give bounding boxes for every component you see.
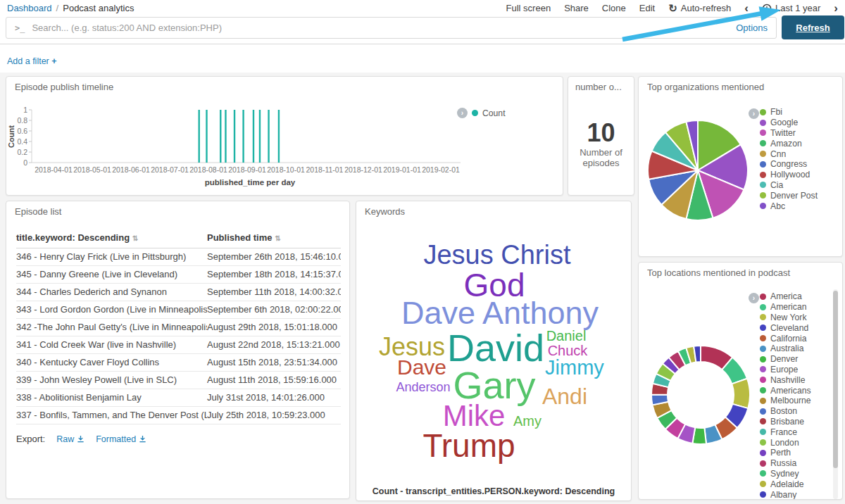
timeline-bar[interactable]: [259, 110, 261, 163]
legend-expand-icon[interactable]: ›: [749, 293, 759, 303]
legend-expand-icon[interactable]: ›: [457, 108, 468, 118]
table-cell: 346 - Henry Clay Frick (Live in Pittsbur…: [16, 248, 207, 266]
legend-dot: [760, 314, 766, 320]
table-row: 341 - Cold Creek War (live in Nashville)…: [16, 336, 341, 354]
column-header-published-time[interactable]: Published time⇅: [207, 229, 341, 248]
timeline-bar[interactable]: [234, 110, 235, 163]
table-row: 340 - Kentucky Caver Floyd CollinsAugust…: [16, 354, 341, 372]
full-screen-button[interactable]: Full screen: [506, 3, 551, 13]
word-amy[interactable]: Amy: [513, 414, 542, 428]
legend-item-hollywood[interactable]: Hollywood: [760, 170, 818, 180]
legend-item-american[interactable]: American: [760, 302, 811, 313]
timeline-bar[interactable]: [198, 110, 199, 163]
auto-refresh-button[interactable]: ↻ Auto-refresh: [668, 3, 731, 13]
clone-button[interactable]: Clone: [602, 3, 626, 13]
legend-item-adelaide[interactable]: Adelaide: [760, 479, 811, 489]
search-input[interactable]: [32, 23, 729, 33]
legend-scrollbar-thumb[interactable]: [833, 291, 838, 468]
word-david[interactable]: David: [447, 329, 544, 367]
add-filter-link[interactable]: Add a filter +: [7, 56, 57, 66]
column-header-title[interactable]: title.keyword: Descending⇅: [16, 229, 207, 248]
legend-item-boston[interactable]: Boston: [760, 406, 811, 417]
timeline-bar[interactable]: [268, 110, 269, 163]
legend-item-melbourne[interactable]: Melbourne: [760, 396, 811, 406]
svg-text:2018-05-01: 2018-05-01: [73, 165, 111, 174]
table-row: 342 -The John Paul Getty's (Live in Minn…: [16, 319, 341, 336]
svg-text:2018-08-01: 2018-08-01: [189, 165, 227, 174]
legend-dot: [760, 182, 766, 188]
timeline-bar[interactable]: [242, 110, 244, 163]
word-andi[interactable]: Andi: [542, 385, 587, 408]
legend-expand-icon[interactable]: ›: [749, 108, 759, 119]
search-options-link[interactable]: Options: [736, 23, 768, 33]
time-range-next-button[interactable]: ›: [834, 2, 838, 14]
legend-item-fbi[interactable]: Fbi: [760, 107, 818, 118]
legend-item-cia[interactable]: Cia: [760, 180, 818, 191]
legend-item-russia[interactable]: Russia: [760, 458, 811, 469]
legend-item-new-york[interactable]: New York: [760, 313, 811, 323]
share-button[interactable]: Share: [564, 3, 589, 13]
timeline-chart: 00.20.40.60.812018-04-012018-05-012018-0…: [6, 96, 499, 196]
legend-dot: [760, 192, 766, 199]
timeline-bar[interactable]: [225, 110, 226, 163]
word-anderson[interactable]: Anderson: [396, 381, 450, 393]
breadcrumb-dashboard-link[interactable]: Dashboard: [7, 3, 52, 13]
legend-item-australia[interactable]: Australia: [760, 344, 811, 354]
legend-item-cleveland[interactable]: Cleveland: [760, 322, 811, 333]
table-cell: August 22nd 2018, 15:13:21.000: [207, 336, 341, 354]
word-dave-anthony[interactable]: Dave Anthony: [401, 297, 599, 329]
word-daniel[interactable]: Daniel: [546, 329, 587, 343]
legend-dot: [760, 346, 766, 352]
refresh-button[interactable]: Refresh: [782, 15, 844, 39]
table-cell: 343 - Lord Gordon Gordon (Live in Minnea…: [16, 301, 207, 319]
timeline-bar[interactable]: [220, 110, 221, 163]
legend-item-twitter[interactable]: Twitter: [760, 128, 818, 139]
legend-item-americans[interactable]: Americans: [760, 385, 811, 396]
table-row: 339 - John Wesley Powell (Live in SLC)Au…: [16, 372, 341, 389]
legend-dot: [760, 304, 766, 310]
legend-item-france[interactable]: France: [760, 427, 811, 437]
legend-item-sydney[interactable]: Sydney: [760, 469, 811, 479]
time-range-picker[interactable]: Last 1 year: [762, 3, 820, 13]
word-gary[interactable]: Gary: [453, 366, 535, 404]
legend-item-abc[interactable]: Abc: [760, 201, 818, 211]
legend-item-europe[interactable]: Europe: [760, 365, 811, 375]
timeline-bar[interactable]: [206, 110, 207, 163]
svg-text:2018-07-01: 2018-07-01: [151, 165, 189, 174]
legend-dot: [760, 481, 766, 487]
clock-icon: [762, 4, 772, 13]
export-formatted-link[interactable]: Formatted: [96, 434, 146, 444]
export-raw-link[interactable]: Raw: [56, 434, 84, 444]
header-divider: [0, 44, 845, 44]
svg-text:2018-11-01: 2018-11-01: [306, 165, 344, 174]
word-dave[interactable]: Dave: [397, 357, 446, 378]
legend-item-amazon[interactable]: Amazon: [760, 138, 818, 149]
edit-button[interactable]: Edit: [639, 3, 655, 13]
legend-dot: [760, 366, 766, 372]
timeline-bar[interactable]: [278, 110, 280, 163]
word-jimmy[interactable]: Jimmy: [545, 358, 604, 378]
console-prompt-icon: >_: [15, 23, 25, 33]
legend-item-google[interactable]: Google: [760, 118, 818, 128]
legend-item-denver[interactable]: Denver: [760, 354, 811, 365]
legend-item-perth[interactable]: Perth: [760, 448, 811, 458]
legend-item-cnn[interactable]: Cnn: [760, 149, 818, 159]
legend-item-congress[interactable]: Congress: [760, 159, 818, 170]
svg-text:0.6: 0.6: [17, 127, 27, 135]
word-jesus-christ[interactable]: Jesus Christ: [423, 241, 570, 268]
legend-item-count[interactable]: Count: [482, 108, 506, 118]
word-mike[interactable]: Mike: [443, 401, 506, 431]
legend-item-california[interactable]: California: [760, 333, 811, 344]
legend-dot: [760, 450, 766, 456]
time-range-prev-button[interactable]: ‹: [744, 2, 749, 14]
legend-item-albany[interactable]: Albany: [760, 489, 811, 500]
legend-dot: [760, 109, 766, 115]
legend-item-denver-post[interactable]: Denver Post: [760, 190, 818, 201]
legend-item-nashville[interactable]: Nashville: [760, 374, 811, 385]
legend-item-brisbane[interactable]: Brisbane: [760, 417, 811, 427]
table-cell: 338 - Abolitionist Benjamin Lay: [16, 389, 207, 407]
word-trump[interactable]: Trump: [423, 429, 515, 462]
timeline-bar[interactable]: [253, 110, 254, 163]
legend-item-london[interactable]: London: [760, 437, 811, 448]
legend-item-america[interactable]: America: [760, 291, 811, 302]
